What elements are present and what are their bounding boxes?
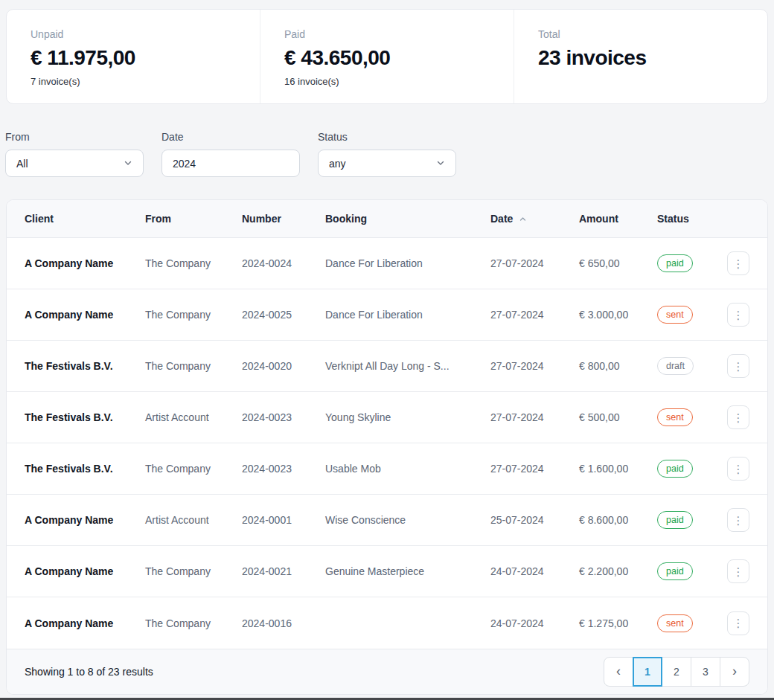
- cell-client: The Festivals B.V.: [25, 360, 145, 372]
- page-button-3[interactable]: 3: [691, 657, 720, 687]
- cell-status: paid: [657, 562, 726, 580]
- cell-date: 24-07-2024: [490, 565, 579, 577]
- kebab-icon: ⋮: [733, 258, 744, 269]
- kebab-icon: ⋮: [733, 412, 744, 423]
- table-row[interactable]: The Festivals B.V. The Company 2024-0020…: [7, 341, 767, 392]
- table-footer: Showing 1 to 8 of 23 results ‹ 123 ›: [7, 649, 767, 694]
- table-row[interactable]: A Company Name The Company 2024-0025 Dan…: [7, 289, 767, 341]
- row-menu-button[interactable]: ⋮: [727, 405, 749, 429]
- from-select[interactable]: All: [5, 150, 144, 177]
- cell-date: 27-07-2024: [490, 411, 579, 423]
- cell-date: 27-07-2024: [490, 360, 579, 372]
- date-input-wrap: [161, 150, 300, 177]
- status-badge: sent: [657, 408, 693, 426]
- cell-date: 24-07-2024: [490, 617, 579, 629]
- total-value: 23 invoices: [538, 45, 743, 71]
- date-input[interactable]: [173, 158, 289, 170]
- status-select[interactable]: any: [318, 150, 456, 177]
- cell-number: 2024-0023: [242, 463, 325, 475]
- filter-from: From All: [5, 131, 144, 177]
- date-header-label: Date: [490, 213, 513, 225]
- row-menu-button[interactable]: ⋮: [727, 611, 749, 635]
- column-header-date[interactable]: Date: [490, 213, 579, 225]
- page-button-1[interactable]: 1: [633, 657, 662, 687]
- cell-from: Artist Account: [145, 411, 242, 423]
- cell-status: sent: [657, 408, 726, 426]
- cell-client: A Company Name: [25, 309, 145, 321]
- table-row[interactable]: The Festivals B.V. The Company 2024-0023…: [7, 443, 767, 495]
- cell-status: paid: [657, 254, 726, 272]
- cell-booking: Dance For Liberation: [325, 309, 490, 321]
- cell-booking: Verknipt All Day Long - S...: [325, 360, 490, 372]
- row-menu-button[interactable]: ⋮: [727, 251, 749, 275]
- table-header: Client From Number Booking Date Amount S…: [7, 200, 767, 238]
- row-menu-button[interactable]: ⋮: [727, 457, 749, 481]
- sort-asc-icon: [519, 215, 527, 223]
- kebab-icon: ⋮: [733, 361, 744, 372]
- column-header-booking[interactable]: Booking: [325, 213, 490, 225]
- cell-actions: ⋮: [727, 559, 749, 583]
- cell-booking: Young Skyline: [325, 411, 490, 423]
- summary-paid: Paid € 43.650,00 16 invoice(s): [260, 10, 514, 103]
- cell-actions: ⋮: [727, 405, 749, 429]
- column-header-amount[interactable]: Amount: [579, 213, 657, 225]
- kebab-icon: ⋮: [733, 463, 744, 475]
- chevron-right-icon: ›: [732, 664, 737, 679]
- cell-from: Artist Account: [145, 514, 242, 526]
- prev-page-button[interactable]: ‹: [604, 657, 633, 687]
- status-badge: sent: [657, 614, 693, 632]
- chevron-down-icon: [436, 158, 445, 170]
- cell-from: The Company: [145, 463, 242, 475]
- cell-booking: Genuine Masterpiece: [325, 565, 490, 577]
- table-row[interactable]: A Company Name The Company 2024-0016 24-…: [7, 597, 767, 649]
- cell-number: 2024-0024: [242, 257, 325, 269]
- table-row[interactable]: The Festivals B.V. Artist Account 2024-0…: [7, 392, 767, 443]
- cell-amount: € 800,00: [579, 360, 657, 372]
- row-menu-button[interactable]: ⋮: [727, 354, 749, 378]
- column-header-client[interactable]: Client: [25, 213, 145, 225]
- column-header-number[interactable]: Number: [242, 213, 325, 225]
- summary-card: Unpaid € 11.975,00 7 invoice(s) Paid € 4…: [6, 9, 768, 104]
- table-row[interactable]: A Company Name The Company 2024-0024 Dan…: [7, 238, 767, 289]
- cell-booking: Dance For Liberation: [325, 257, 490, 269]
- from-select-value: All: [16, 158, 28, 170]
- from-filter-label: From: [5, 131, 144, 144]
- cell-from: The Company: [145, 617, 242, 629]
- table-row[interactable]: A Company Name The Company 2024-0021 Gen…: [7, 546, 767, 597]
- status-badge: paid: [657, 511, 693, 529]
- cell-number: 2024-0020: [242, 360, 325, 372]
- status-badge: sent: [657, 306, 693, 324]
- cell-client: A Company Name: [25, 514, 145, 526]
- status-badge: paid: [657, 254, 693, 272]
- page-button-2[interactable]: 2: [662, 657, 691, 687]
- filter-date: Date: [161, 131, 300, 177]
- unpaid-label: Unpaid: [31, 28, 236, 41]
- chevron-down-icon: [124, 158, 132, 170]
- kebab-icon: ⋮: [733, 566, 744, 577]
- cell-actions: ⋮: [727, 457, 749, 481]
- cell-amount: € 8.600,00: [579, 514, 657, 526]
- cell-date: 27-07-2024: [490, 309, 579, 321]
- status-badge: paid: [657, 460, 693, 478]
- date-filter-label: Date: [161, 131, 300, 144]
- row-menu-button[interactable]: ⋮: [727, 303, 749, 327]
- cell-actions: ⋮: [727, 251, 749, 275]
- table-row[interactable]: A Company Name Artist Account 2024-0001 …: [7, 495, 767, 546]
- table-body: A Company Name The Company 2024-0024 Dan…: [7, 238, 767, 649]
- paid-label: Paid: [284, 28, 490, 41]
- results-summary: Showing 1 to 8 of 23 results: [25, 666, 153, 678]
- cell-number: 2024-0025: [242, 309, 325, 321]
- row-menu-button[interactable]: ⋮: [727, 508, 749, 532]
- cell-amount: € 500,00: [579, 411, 657, 423]
- cell-amount: € 1.600,00: [579, 463, 657, 475]
- cell-status: sent: [657, 614, 726, 632]
- column-header-status[interactable]: Status: [657, 213, 726, 225]
- cell-number: 2024-0023: [242, 411, 325, 423]
- column-header-from[interactable]: From: [145, 213, 242, 225]
- row-menu-button[interactable]: ⋮: [727, 559, 749, 583]
- cell-amount: € 650,00: [579, 257, 657, 269]
- cell-actions: ⋮: [727, 611, 749, 635]
- next-page-button[interactable]: ›: [720, 657, 749, 687]
- cell-date: 25-07-2024: [490, 514, 579, 526]
- unpaid-value: € 11.975,00: [31, 45, 236, 71]
